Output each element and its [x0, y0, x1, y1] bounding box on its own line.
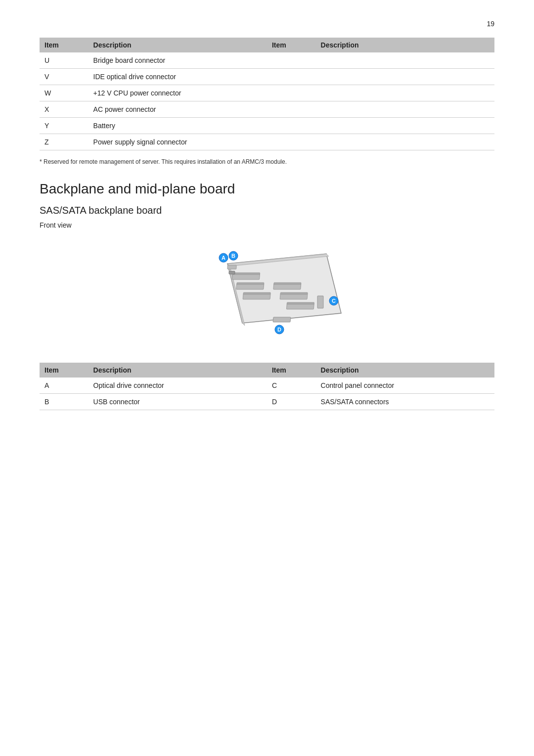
top-connector-table: Item Description Item Description U Brid…: [40, 38, 494, 150]
desc-d: SAS/SATA connectors: [316, 394, 494, 410]
top-table-header-item2: Item: [267, 38, 316, 52]
table-row: V IDE optical drive connector: [40, 69, 494, 85]
item-w: W: [40, 85, 89, 101]
item-a: A: [40, 378, 89, 394]
desc-z: Power supply signal connector: [89, 134, 267, 150]
svg-rect-17: [317, 296, 323, 308]
bottom-table-header-item1: Item: [40, 363, 89, 378]
desc-w: +12 V CPU power connector: [89, 85, 267, 101]
svg-rect-4: [232, 273, 260, 275]
page-number: 19: [40, 20, 494, 28]
table-row: W +12 V CPU power connector: [40, 85, 494, 101]
desc-b: USB connector: [89, 394, 267, 410]
table-row: Z Power supply signal connector: [40, 134, 494, 150]
svg-rect-14: [287, 302, 314, 304]
desc-z-2: [316, 134, 494, 150]
top-table-header-desc1: Description: [89, 38, 267, 52]
desc-c: Control panel connector: [316, 378, 494, 394]
item-u: U: [40, 52, 89, 69]
item-c: C: [267, 378, 316, 394]
bottom-connector-table: Item Description Item Description A Opti…: [40, 363, 494, 410]
desc-x: AC power connector: [89, 101, 267, 118]
desc-y-2: [316, 118, 494, 134]
top-table-header-desc2: Description: [316, 38, 494, 52]
item-d: D: [267, 394, 316, 410]
item-y-2: [267, 118, 316, 134]
svg-rect-8: [243, 292, 270, 294]
desc-u-2: [316, 52, 494, 69]
table-row: B USB connector D SAS/SATA connectors: [40, 394, 494, 410]
bottom-table-header-desc2: Description: [316, 363, 494, 378]
desc-v-2: [316, 69, 494, 85]
item-v-2: [267, 69, 316, 85]
table-row: X AC power connector: [40, 101, 494, 118]
item-b: B: [40, 394, 89, 410]
desc-u: Bridge board connector: [89, 52, 267, 69]
backplane-svg: A B C D: [173, 239, 361, 348]
table-row: A Optical drive connector C Control pane…: [40, 378, 494, 394]
item-z: Z: [40, 134, 89, 150]
svg-rect-10: [274, 283, 301, 284]
desc-y: Battery: [89, 118, 267, 134]
bottom-table-header-desc1: Description: [89, 363, 267, 378]
section-title: Backplane and mid-plane board: [40, 181, 494, 197]
svg-rect-12: [280, 292, 308, 294]
item-x-2: [267, 101, 316, 118]
svg-rect-15: [227, 265, 236, 269]
item-x: X: [40, 101, 89, 118]
desc-a: Optical drive connector: [89, 378, 267, 394]
svg-text:C: C: [332, 298, 336, 304]
item-z-2: [267, 134, 316, 150]
table-row: Y Battery: [40, 118, 494, 134]
bottom-table-header-item2: Item: [267, 363, 316, 378]
top-table-header-item1: Item: [40, 38, 89, 52]
svg-rect-6: [237, 283, 264, 284]
desc-w-2: [316, 85, 494, 101]
footnote-text: * Reserved for remote management of serv…: [40, 157, 494, 166]
subsection-title: SAS/SATA backplane board: [40, 205, 494, 216]
item-y: Y: [40, 118, 89, 134]
svg-rect-16: [229, 271, 235, 274]
svg-text:A: A: [222, 255, 225, 261]
desc-x-2: [316, 101, 494, 118]
svg-rect-18: [273, 317, 291, 322]
item-v: V: [40, 69, 89, 85]
desc-v: IDE optical drive connector: [89, 69, 267, 85]
view-label: Front view: [40, 221, 494, 229]
item-w-2: [267, 85, 316, 101]
svg-text:D: D: [277, 327, 281, 332]
svg-text:B: B: [231, 253, 235, 259]
backplane-diagram: A B C D: [40, 239, 494, 348]
table-row: U Bridge board connector: [40, 52, 494, 69]
item-u-2: [267, 52, 316, 69]
